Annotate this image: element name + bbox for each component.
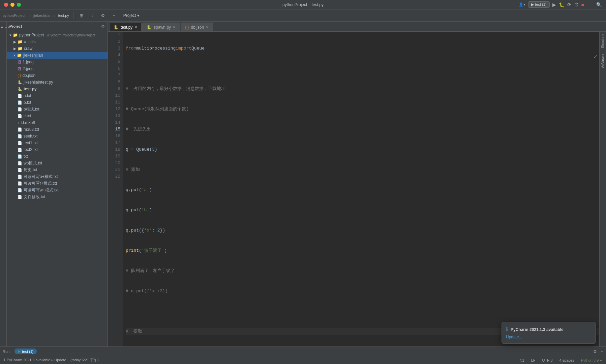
status-pycharm-update[interactable]: ℹ PyCharm 2021.3 available // Update... …: [3, 358, 100, 363]
tree-item-2jpeg[interactable]: 🖼 2.jpeg: [7, 65, 108, 72]
settings-icon[interactable]: ⚙: [99, 11, 107, 20]
tree-item-jiekeshijian[interactable]: ▾ 📁 jiekeshijian: [7, 52, 108, 59]
project-dropdown[interactable]: Project ▾: [123, 13, 139, 18]
debug-icon[interactable]: 🐛: [559, 2, 565, 7]
tree-item-ldm3u8[interactable]: ♪ ld.m3u8: [7, 119, 108, 126]
tree-item-text2txt[interactable]: 📄 text2.txt: [7, 146, 108, 153]
tree-item-seektxt[interactable]: 📄 seek.txt: [7, 133, 108, 140]
status-python-version[interactable]: Python 3.9 ●: [580, 358, 603, 362]
run-settings-icon[interactable]: ⚙: [593, 349, 597, 354]
build-icon[interactable]: ▶: [552, 2, 556, 7]
code-line-6: q = Queue(3): [126, 146, 603, 153]
sidebar-project-icon[interactable]: Proj: [1, 24, 6, 30]
main-area: Proj Project ⚙ ▾ 📁 pythonProject ~/Pycha…: [0, 22, 606, 346]
tab-dbjson[interactable]: { } db.json ✕: [181, 23, 213, 31]
tree-item-txt[interactable]: 📄 txt: [7, 153, 108, 160]
tab-close-testpy[interactable]: ✕: [134, 25, 137, 29]
notification-title: PyCharm 2021.1.3 available: [511, 327, 564, 332]
run-panel-header: Run: ▶ test (1) ⚙ −: [0, 347, 606, 356]
collapse-icon[interactable]: −: [110, 11, 118, 20]
tree-item-aplus[interactable]: 📄 可读可写a+模式.txt: [7, 173, 108, 180]
tree-item-historytxt[interactable]: 📄 历史.txt: [7, 166, 108, 173]
run-close-icon[interactable]: −: [601, 349, 603, 354]
status-indent[interactable]: 4 spaces: [558, 358, 576, 362]
tree-item-rplus[interactable]: 📄 可读可写r+模式.txt: [7, 180, 108, 187]
coverage-icon[interactable]: ⟳: [567, 2, 571, 7]
notification-popup: ℹ PyCharm 2021.1.3 available Update...: [502, 322, 596, 344]
sort-icon[interactable]: ↕: [88, 11, 96, 20]
titlebar: pythonProject – test.py 👤▾ ▶ test (1) ▶ …: [0, 0, 606, 9]
right-sidebar: Structure AdViewer: [599, 32, 606, 346]
run-config-button[interactable]: ▶ test (1): [528, 1, 549, 8]
tree-root[interactable]: ▾ 📁 pythonProject ~/PycharmProjects/pyth…: [7, 32, 108, 38]
code-line-14: [126, 308, 603, 315]
run-tab-icon: ▶: [18, 349, 21, 354]
maximize-button[interactable]: [17, 3, 21, 7]
breadcrumb-folder: jiekeshijian: [33, 13, 52, 18]
run-label: Run:: [3, 350, 10, 354]
tree-item-bmodetxt[interactable]: 📄 b模式.txt: [7, 106, 108, 113]
tree-item-text1txt[interactable]: 📄 text1.txt: [7, 140, 108, 146]
status-position[interactable]: 7:1: [518, 358, 525, 362]
tree-item-testpy[interactable]: 🐍 test.py: [7, 86, 108, 92]
line-num-20: 20: [108, 160, 120, 166]
code-line-2: [126, 65, 603, 72]
line-num-9: 9: [108, 86, 120, 92]
tab-spawnpy[interactable]: 🐍 spawn.py ✕: [142, 23, 180, 31]
project-gear-icon[interactable]: ⚙: [101, 24, 105, 29]
status-right-items: 7:1 LF UTF-8 4 spaces Python 3.9 ●: [518, 358, 603, 362]
tree-item-jikeshijaintest[interactable]: 🐍 jikeshijaintest.py: [7, 79, 108, 86]
tree-item-btxt[interactable]: 📄 b.txt: [7, 99, 108, 106]
tree-item-atxt[interactable]: 📄 a.txt: [7, 92, 108, 99]
structure-panel-label[interactable]: Structure: [600, 32, 605, 51]
file-tree[interactable]: ▾ 📁 pythonProject ~/PycharmProjects/pyth…: [7, 31, 108, 346]
project-header-title: Project: [9, 24, 22, 28]
main-toolbar: pythonProject › jiekeshijian › test.py ⊞…: [0, 9, 606, 22]
code-line-4: # Queue(限制队列里面的个数): [126, 106, 603, 113]
search-icon[interactable]: 🔍: [596, 2, 602, 7]
code-line-10: q.put({'x': 2}): [126, 227, 603, 234]
project-header-icons: ⚙: [101, 24, 105, 29]
code-line-5: # 先进先出: [126, 126, 603, 133]
tree-item-wplus[interactable]: 📄 可读可写w+模式.txt: [7, 187, 108, 193]
status-lf[interactable]: LF: [530, 358, 537, 362]
tree-item-m3u8txt[interactable]: 📄 m3u8.txt: [7, 126, 108, 133]
run-tab-test[interactable]: ▶ test (1): [14, 348, 37, 354]
breadcrumb-sep2: ›: [54, 13, 56, 18]
file-status-check: ✓: [593, 54, 598, 60]
line-num-2: 2: [108, 38, 120, 45]
tree-item-dbjson[interactable]: { } db.json: [7, 72, 108, 79]
line-num-21: 21: [108, 166, 120, 173]
status-encoding[interactable]: UTF-8: [541, 358, 554, 362]
tree-item-crawl[interactable]: ▶ 📁 crawl: [7, 45, 108, 52]
minimize-button[interactable]: [10, 3, 14, 7]
line-num-8: 8: [108, 79, 120, 86]
line-num-5: 5: [108, 59, 120, 65]
tab-close-spawnpy[interactable]: ✕: [173, 25, 176, 29]
layout-icon[interactable]: ⊞: [78, 11, 86, 20]
line-num-22: 22: [108, 173, 120, 180]
stop-icon[interactable]: ■: [581, 2, 584, 7]
tab-testpy[interactable]: 🐍 test.py ✕: [109, 23, 142, 31]
close-button[interactable]: [4, 3, 8, 7]
notification-info-icon: ℹ: [506, 326, 508, 333]
code-editor[interactable]: from multiprocessing import Queue # 占用的内…: [123, 32, 606, 346]
breadcrumb-file: test.py: [58, 13, 69, 18]
profile-icon[interactable]: ⏱: [574, 2, 579, 7]
tree-item-1jpeg[interactable]: 🖼 1.jpeg: [7, 59, 108, 65]
line-num-11: 11: [108, 99, 120, 106]
tree-item-a_utils[interactable]: ▶ 📁 a_utils: [7, 38, 108, 45]
code-line-11: print('篮子满了'): [126, 247, 603, 254]
code-line-13: # q.put({'x':2}): [126, 288, 603, 295]
adviewer-panel-label[interactable]: AdViewer: [600, 51, 605, 71]
titlebar-right: 👤▾ ▶ test (1) ▶ 🐛 ⟳ ⏱ ■ 🔍: [519, 1, 602, 8]
tab-close-dbjson[interactable]: ✕: [206, 25, 209, 29]
tree-item-filemod[interactable]: 📄 文件修改.txt: [7, 193, 108, 200]
tree-item-ctxt[interactable]: 📄 c.txt: [7, 113, 108, 119]
line-num-16: 16: [108, 133, 120, 140]
tree-item-wbmodetxt[interactable]: 📄 wb模式.txt: [7, 160, 108, 166]
user-icon[interactable]: 👤▾: [519, 2, 525, 7]
line-num-17: 17: [108, 140, 120, 146]
line-num-12: 12: [108, 106, 120, 113]
notification-update-link[interactable]: Update...: [506, 335, 522, 339]
